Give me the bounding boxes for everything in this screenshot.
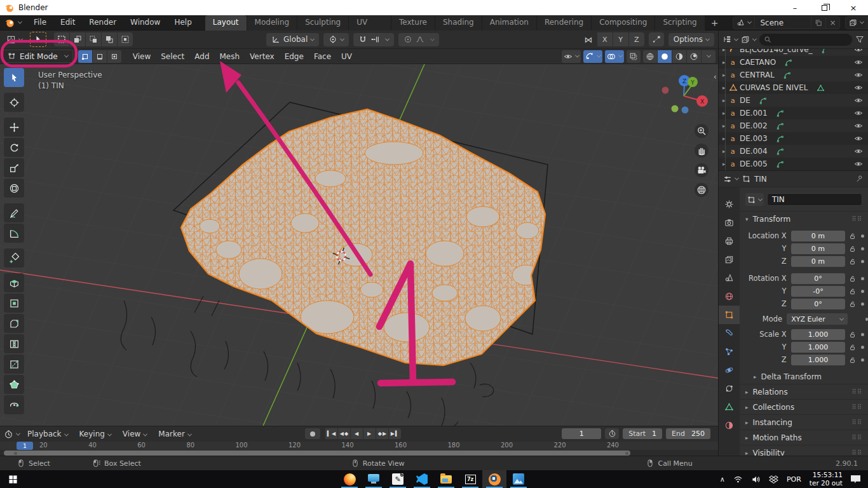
prev-frame-button[interactable]: ◀ [351,428,363,439]
value-slider[interactable]: 0° [791,299,846,309]
select-invert-button[interactable] [102,32,117,46]
timeline-menu-item[interactable]: Playback [22,430,73,438]
menu-item[interactable]: Window [123,15,167,30]
lock-toggle[interactable] [848,274,857,283]
snap-target-icon[interactable] [370,35,379,44]
active-tool-indicator[interactable] [30,32,46,47]
scene[interactable] [719,269,740,287]
animate-dot[interactable] [865,318,868,321]
expand-arrow-icon[interactable]: ▸ [722,49,729,53]
object[interactable] [719,306,740,324]
blender[interactable] [482,470,506,488]
animate-dot[interactable] [861,247,864,250]
scene-name-field[interactable]: Scene [755,18,811,27]
panel-drag-grip[interactable]: ⠿⠿ [851,419,862,426]
animate-dot[interactable] [861,290,864,293]
lock-toggle[interactable] [848,257,857,266]
value-slider[interactable]: 0 m [791,231,846,241]
vertex-select-button[interactable] [78,50,92,63]
hide-in-viewport-toggle[interactable] [854,71,863,79]
language-indicator[interactable]: POR [787,475,801,484]
rotate-tool[interactable] [4,138,24,157]
hide-in-viewport-toggle[interactable] [854,159,863,168]
cursor-tool[interactable] [4,93,24,112]
menu-item[interactable]: Edit [53,15,82,30]
measure-tool[interactable] [4,224,24,243]
7zip[interactable]: 7z [458,470,482,488]
hide-in-viewport-toggle[interactable] [854,134,863,143]
bevel-tool[interactable] [4,314,24,333]
object-name-label[interactable]: BL|COD140_curve_ [740,49,813,54]
select-set-button[interactable] [54,32,69,46]
object-name-label[interactable]: CURVAS DE NIVEL [740,83,808,92]
add-workspace-button[interactable]: + [705,16,724,30]
viewport-menu-item[interactable]: View [128,52,156,61]
material[interactable] [719,416,740,435]
transform-tool[interactable] [4,179,24,198]
workspace-tab[interactable]: Scripting [655,15,705,30]
outliner-item[interactable]: ▸ CENTRAL [719,69,868,81]
hide-in-viewport-toggle[interactable] [854,58,863,67]
extrude-region-tool[interactable] [4,273,24,292]
animate-dot[interactable] [861,260,864,263]
mode-dropdown[interactable]: Edit Mode [3,50,73,63]
timeline-menu-item[interactable]: Keying [74,430,116,438]
spin-tool[interactable] [4,395,24,414]
object-name-label[interactable]: DE [740,96,750,105]
sidebar-collapse-arrow[interactable]: ‹ [714,72,717,81]
blender-menu-button[interactable] [0,18,27,28]
outliner-search-input[interactable] [759,34,852,46]
value-slider[interactable]: 1.000 [791,355,846,365]
outliner-item[interactable]: ▸ DE.005 [719,158,868,170]
action-center-icon[interactable] [851,475,860,484]
play-button[interactable]: ▶ [363,428,376,439]
collapsed-panel-header[interactable]: ▸Motion Paths⠿⠿ [740,430,868,445]
timeline-menu-item[interactable]: Marker [153,430,196,438]
prev-keyframe-button[interactable]: ◀◆ [338,428,350,439]
value-slider[interactable]: 1.000 [791,329,846,340]
outliner-item[interactable]: ▸ DE.002 [719,119,868,132]
close-button[interactable]: × [839,0,868,15]
file-explorer[interactable] [434,470,458,488]
object-name-label[interactable]: CENTRAL [740,71,775,79]
outliner-item[interactable]: ▸ CAETANO [719,56,868,69]
firefox[interactable] [337,470,362,488]
pan-hand-button[interactable] [695,144,709,158]
select-subtract-button[interactable] [86,32,101,46]
annotate-tool[interactable] [4,203,24,222]
outliner-item[interactable]: ▸ BL|COD140_curve_ [719,49,868,56]
move-tool[interactable] [4,118,24,137]
outliner-display-mode-button[interactable] [741,35,756,44]
workspace-tab[interactable]: Texture Paint [391,15,435,30]
mirror-axis-button[interactable]: Z [629,32,644,46]
horizontal-scrollbar[interactable] [4,451,630,456]
knife-tool[interactable] [4,355,24,374]
expand-arrow-icon[interactable]: ▸ [722,148,729,154]
outliner-item[interactable]: ▸ DE.004 [719,145,868,158]
object-data[interactable] [719,398,740,416]
workspace-tab[interactable]: Animation [482,15,537,30]
animate-dot[interactable] [861,346,864,349]
mirror-axis-button[interactable]: X [597,32,613,46]
workspace-tab[interactable]: Layout [205,15,247,30]
3d-viewport[interactable]: Z Y X User Perspective (1) TIN [0,64,718,426]
value-slider[interactable]: 0 m [791,243,846,254]
viewport-menu-item[interactable]: Add [189,52,214,61]
expand-arrow-icon[interactable]: ▸ [722,59,729,65]
object-name-input[interactable]: TIN [767,193,862,206]
lock-toggle[interactable] [848,300,857,308]
tweak-select-tool[interactable] [4,68,24,87]
object-name-label[interactable]: DE.004 [740,147,768,156]
panel-drag-grip[interactable]: ⠿⠿ [851,403,862,410]
particles[interactable] [719,342,740,361]
outliner-item[interactable]: ▸ DE.003 [719,132,868,145]
constraints[interactable] [719,379,740,398]
start-button[interactable] [0,470,25,488]
panel-drag-grip[interactable]: ⠿⠿ [851,388,862,395]
menu-item[interactable]: File [27,15,53,30]
viewport-menu-item[interactable]: Select [156,52,189,61]
view-layer-browse-button[interactable] [846,17,867,29]
animate-dot[interactable] [861,333,864,336]
view-layer[interactable] [719,250,740,269]
viewport-menu-item[interactable]: UV [336,52,357,61]
